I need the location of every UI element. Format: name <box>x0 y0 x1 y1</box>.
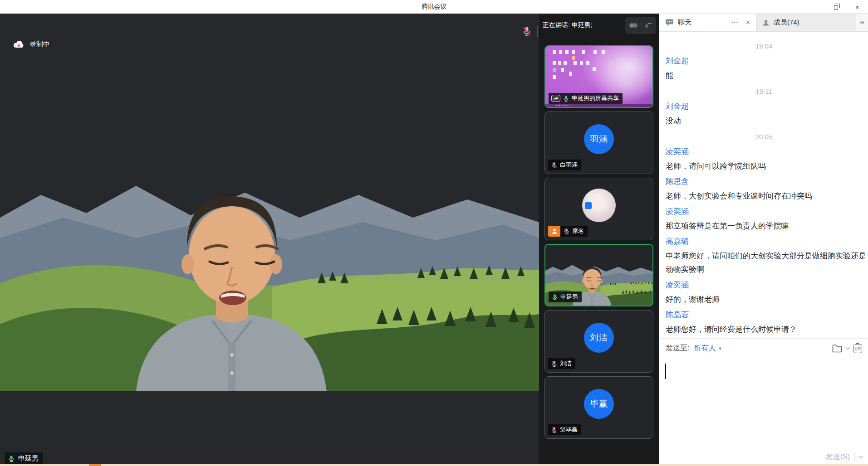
chat-input[interactable] <box>659 358 868 445</box>
shared-taskbar <box>545 104 652 107</box>
cloud-record-icon <box>13 40 25 49</box>
restore-icon <box>834 5 838 10</box>
recording-indicator[interactable]: 录制中 <box>13 40 50 49</box>
taskbar-dots <box>556 105 558 106</box>
chat-tab-bar: 聊天 ⋯ × 成员(74) ≡ <box>659 14 868 32</box>
file-folder-icon[interactable] <box>832 345 842 353</box>
tile-participant[interactable]: 毕赢 邹毕赢 <box>544 376 653 439</box>
chat-sender: 凌奕涵 <box>666 279 868 291</box>
chat-message: 那立项答辩是在第一负责人的学院嘛 <box>666 219 868 233</box>
chat-sender: 刘金超 <box>666 55 868 67</box>
minimize-icon <box>812 7 817 7</box>
tile-label: 申延男 <box>549 291 582 302</box>
screen-share-icon <box>551 95 560 102</box>
mic-muted-icon <box>551 360 558 367</box>
chat-panel: 聊天 ⋯ × 成员(74) ≡ 19:04 刘金超 能 19:11 刘金超 没动… <box>659 14 868 466</box>
host-badge <box>548 226 560 237</box>
chat-more-button[interactable]: ⋯ <box>729 18 740 27</box>
desktop-icons <box>545 46 549 50</box>
video-tiles: 申延男的屏幕共享 羽涵 白羽涵 <box>544 45 653 439</box>
chat-message: 老师，请问可以跨学院组队吗 <box>666 160 868 173</box>
main-stage: 录制中 申延男 <box>0 14 539 466</box>
avatar: 刘洁 <box>584 323 614 353</box>
taskbar-edge-accent <box>89 464 101 466</box>
send-to-label: 发送至: <box>666 344 689 353</box>
mic-muted-icon <box>551 162 558 169</box>
speaker-name: 申延男 <box>18 454 39 463</box>
chat-bubble-icon <box>665 19 674 26</box>
chat-message: 老师您好，请问经费是什么时候申请？ <box>666 323 868 336</box>
tile-name: 席名 <box>572 227 584 235</box>
tab-members[interactable]: 成员(74) <box>756 14 856 31</box>
chat-message-list[interactable]: 19:04 刘金超 能 19:11 刘金超 没动 20:05 凌奕涵 老师，请问… <box>659 32 868 338</box>
title-bar: 腾讯会议 × <box>0 0 868 14</box>
chat-message: 老师，大创实验会和专业课时间存在冲突吗 <box>666 189 868 203</box>
chat-timestamp: 19:11 <box>666 87 862 97</box>
chat-sender: 陈晶蓉 <box>666 309 868 320</box>
tile-participant[interactable]: 刘洁 刘洁 <box>544 310 653 373</box>
tile-name: 刘洁 <box>560 359 572 368</box>
mic-on-icon <box>563 95 569 102</box>
stage-divider <box>537 26 538 37</box>
chat-message: 好的，谢谢老师 <box>666 293 868 306</box>
composer-toolbar: 发送至: 所有人 ▼ 公告 <box>659 338 868 358</box>
text-caret <box>665 364 666 379</box>
panel-menu-button[interactable]: ≡ <box>856 14 868 31</box>
speaking-banner: 正在讲话: 申延男; <box>543 21 625 29</box>
tile-participant[interactable]: 席名 <box>544 178 653 240</box>
tile-participant[interactable]: 羽涵 白羽涵 <box>544 112 653 174</box>
send-button[interactable]: 发送(S) <box>826 452 850 462</box>
return-arrow-icon[interactable] <box>644 21 653 30</box>
chat-close-button[interactable]: × <box>744 19 752 27</box>
chat-sender: 凌奕涵 <box>666 146 868 157</box>
members-tab-label: 成员(74) <box>774 18 799 27</box>
folder-chevron-icon[interactable] <box>846 345 850 350</box>
mic-on-icon <box>8 455 15 462</box>
tile-label: 白羽涵 <box>548 160 581 170</box>
close-button[interactable]: × <box>847 0 868 14</box>
send-options-chevron[interactable] <box>859 454 863 458</box>
filmstrip-header: 正在讲话: 申延男; <box>539 14 659 37</box>
chat-sender: 陈思含 <box>666 176 868 187</box>
tile-screen-share[interactable]: 申延男的屏幕共享 <box>544 45 653 108</box>
tile-label: 刘洁 <box>548 358 575 369</box>
chat-message: 申老师您好，请问咱们的大创实验大部分是做细胞实验还是动物实验啊 <box>666 249 868 277</box>
window-controls: × <box>804 0 868 14</box>
chat-timestamp: 19:04 <box>666 41 862 51</box>
avatar: 羽涵 <box>584 124 614 154</box>
chat-message: 没动 <box>666 114 868 128</box>
announcement-button[interactable]: 公告 <box>853 344 862 353</box>
recording-label: 录制中 <box>29 40 50 49</box>
tile-speaker-camera[interactable]: 申延男 <box>544 244 653 306</box>
tile-label: 席名 <box>560 226 588 237</box>
stage-mute-button[interactable] <box>520 24 534 38</box>
tile-name: 申延男 <box>560 293 578 301</box>
chat-message: 能 <box>666 69 868 83</box>
pages-icon[interactable] <box>628 21 639 30</box>
chat-sender: 刘金超 <box>666 101 868 112</box>
restore-button[interactable] <box>825 0 847 14</box>
announcement-label: 公告 <box>855 346 861 351</box>
chat-sender: 高嘉璐 <box>666 236 868 247</box>
avatar-photo <box>582 189 616 222</box>
mic-muted-icon <box>551 427 558 433</box>
send-divider <box>854 452 855 462</box>
tile-name: 申延男的屏幕共享 <box>572 94 619 102</box>
mic-on-icon <box>551 294 558 301</box>
chat-sender: 凌奕涵 <box>666 206 868 217</box>
minimize-button[interactable] <box>804 0 825 14</box>
speaker-video <box>0 88 539 391</box>
filmstrip-nav <box>625 17 656 34</box>
tile-name: 邹毕赢 <box>560 426 578 434</box>
tile-label: 申延男的屏幕共享 <box>549 93 623 104</box>
chat-tab-label: 聊天 <box>678 18 725 27</box>
avatar-badge <box>585 202 592 209</box>
tile-label: 邹毕赢 <box>548 424 581 435</box>
tab-chat[interactable]: 聊天 ⋯ × <box>659 14 756 31</box>
mic-muted-icon <box>522 26 532 36</box>
avatar: 毕赢 <box>584 389 614 419</box>
send-to-dropdown[interactable]: 所有人 ▼ <box>694 344 722 353</box>
taskbar-edge <box>0 464 868 466</box>
stage-speaker-label: 申延男 <box>5 452 43 465</box>
window-title: 腾讯会议 <box>0 3 868 11</box>
